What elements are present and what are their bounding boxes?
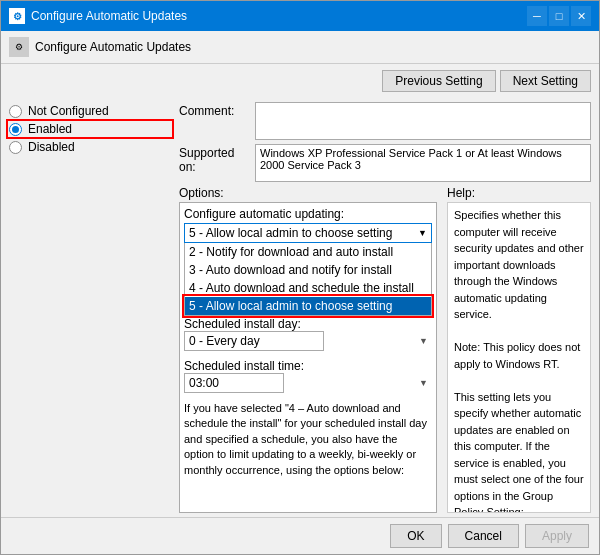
- ok-button[interactable]: OK: [390, 524, 441, 548]
- disabled-label: Disabled: [28, 140, 75, 154]
- title-bar: ⚙ Configure Automatic Updates ─ □ ✕: [1, 1, 599, 31]
- comment-input[interactable]: [255, 102, 591, 140]
- options-info-text: If you have selected "4 – Auto download …: [184, 401, 432, 508]
- title-bar-buttons: ─ □ ✕: [527, 6, 591, 26]
- options-section: Options: Configure automatic updating: 5…: [179, 186, 437, 513]
- comment-row: Comment:: [179, 102, 591, 140]
- prev-setting-button[interactable]: Previous Setting: [382, 70, 495, 92]
- next-setting-button[interactable]: Next Setting: [500, 70, 591, 92]
- enabled-radio-input[interactable]: [9, 123, 22, 136]
- help-section: Help: Specifies whether this computer wi…: [447, 186, 591, 513]
- config-label: Configure automatic updating:: [184, 207, 432, 221]
- options-panel: Configure automatic updating: 5 - Allow …: [179, 202, 437, 513]
- maximize-button[interactable]: □: [549, 6, 569, 26]
- selected-option-text: 5 - Allow local admin to choose setting: [189, 226, 418, 240]
- sched-time-label: Scheduled install time:: [184, 359, 432, 373]
- enabled-radio[interactable]: Enabled: [9, 122, 171, 136]
- comment-label: Comment:: [179, 102, 249, 118]
- options-header: Options:: [179, 186, 437, 200]
- radio-group: Not Configured Enabled Disabled: [9, 104, 171, 154]
- disabled-radio[interactable]: Disabled: [9, 140, 171, 154]
- main-content: Not Configured Enabled Disabled Comment:: [1, 98, 599, 517]
- nav-bar: Previous Setting Next Setting: [1, 64, 599, 98]
- enabled-label: Enabled: [28, 122, 72, 136]
- dropdown-arrow-icon: ▼: [418, 228, 427, 238]
- cancel-button[interactable]: Cancel: [448, 524, 519, 548]
- supported-value: Windows XP Professional Service Pack 1 o…: [255, 144, 591, 182]
- supported-row: Supported on: Windows XP Professional Se…: [179, 144, 591, 182]
- help-text: Specifies whether this computer will rec…: [454, 207, 584, 513]
- dropdown-item-0[interactable]: 2 - Notify for download and auto install: [185, 243, 431, 261]
- left-panel: Not Configured Enabled Disabled: [9, 102, 179, 513]
- minimize-button[interactable]: ─: [527, 6, 547, 26]
- not-configured-radio-input[interactable]: [9, 105, 22, 118]
- dropdown-item-1[interactable]: 3 - Auto download and notify for install: [185, 261, 431, 279]
- apply-button[interactable]: Apply: [525, 524, 589, 548]
- toolbar: ⚙ Configure Automatic Updates: [1, 31, 599, 64]
- toolbar-title: Configure Automatic Updates: [35, 40, 191, 54]
- supported-label: Supported on:: [179, 144, 249, 174]
- sched-day-wrapper: 0 - Every day ▼: [184, 331, 432, 351]
- bottom-bar: OK Cancel Apply: [1, 517, 599, 554]
- close-button[interactable]: ✕: [571, 6, 591, 26]
- toolbar-icon: ⚙: [9, 37, 29, 57]
- two-col: Options: Configure automatic updating: 5…: [179, 186, 591, 513]
- config-dropdown[interactable]: 5 - Allow local admin to choose setting …: [184, 223, 432, 243]
- help-header: Help:: [447, 186, 591, 200]
- window: ⚙ Configure Automatic Updates ─ □ ✕ ⚙ Co…: [0, 0, 600, 555]
- sched-time-select[interactable]: 03:00: [184, 373, 284, 393]
- dropdown-container: 5 - Allow local admin to choose setting …: [184, 223, 432, 243]
- dropdown-item-3[interactable]: 5 - Allow local admin to choose setting: [185, 297, 431, 315]
- not-configured-radio[interactable]: Not Configured: [9, 104, 171, 118]
- sched-day-select[interactable]: 0 - Every day: [184, 331, 324, 351]
- disabled-radio-input[interactable]: [9, 141, 22, 154]
- help-panel: Specifies whether this computer will rec…: [447, 202, 591, 513]
- sched-day-arrow-icon: ▼: [419, 336, 428, 346]
- window-icon: ⚙: [9, 8, 25, 24]
- right-panel: Comment: Supported on: Windows XP Profes…: [179, 102, 591, 513]
- not-configured-label: Not Configured: [28, 104, 109, 118]
- sched-time-wrapper: 03:00 ▼: [184, 373, 432, 393]
- title-bar-text: Configure Automatic Updates: [31, 9, 521, 23]
- dropdown-list: 2 - Notify for download and auto install…: [184, 243, 432, 316]
- sched-day-label: Scheduled install day:: [184, 317, 432, 331]
- sched-time-arrow-icon: ▼: [419, 378, 428, 388]
- dropdown-item-2[interactable]: 4 - Auto download and schedule the insta…: [185, 279, 431, 297]
